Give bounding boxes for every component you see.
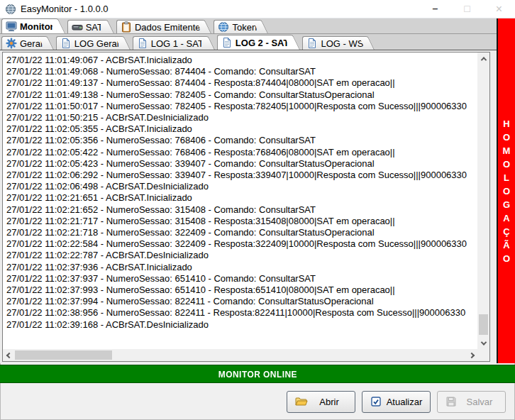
scroll-up-arrow[interactable] <box>477 52 489 65</box>
log-line: 27/01/22 11:01:49:138 - NumeroSessao: 78… <box>6 89 477 101</box>
log-line: 27/01/22 11:02:38:956 - NumeroSessao: 82… <box>6 307 477 319</box>
log-line: 27/01/22 11:02:37:936 - ACBrSAT.Iniciali… <box>6 262 477 273</box>
log-lines: 27/01/22 11:01:49:067 - ACBrSAT.Iniciali… <box>3 52 477 349</box>
log-memo[interactable]: 27/01/22 11:01:49:067 - ACBrSAT.Iniciali… <box>2 52 490 362</box>
tab-label: Dados Emitente <box>135 22 201 33</box>
chevron-left-icon <box>6 352 11 358</box>
log-line: 27/01/22 11:02:21:718 - NumeroSessao: 32… <box>6 227 477 238</box>
log-line: 27/01/22 11:02:22:584 - NumeroSessao: 32… <box>6 238 477 250</box>
tab-label: LOG Geral <box>74 38 119 49</box>
main-tab-bar: MonitorSATDados EmitenteToken <box>0 18 497 34</box>
scroll-right-arrow[interactable] <box>465 349 477 361</box>
document-icon <box>137 38 148 49</box>
log-line: 27/01/22 11:02:39:168 - ACBrSAT.DesInici… <box>6 319 477 331</box>
button-label: Abrir <box>308 397 350 407</box>
log-line: 27/01/22 11:02:21:652 - NumeroSessao: 31… <box>6 204 477 216</box>
window-title: EasyMonitor - 1.0.0.0 <box>21 4 109 14</box>
maximize-button[interactable]: □ <box>451 0 483 18</box>
tab-log-2-sat[interactable]: LOG 2 - SAT <box>217 35 292 50</box>
clipboard-icon <box>121 21 132 33</box>
tab-dados-emitente[interactable]: Dados Emitente <box>116 20 204 33</box>
tab-monitor[interactable]: Monitor <box>1 18 57 33</box>
abrir-button[interactable]: Abrir <box>287 391 355 413</box>
app-window: EasyMonitor - 1.0.0.0 – □ × MonitorSATDa… <box>0 0 515 420</box>
status-bar: MONITOR ONLINE <box>0 365 515 383</box>
tab-token[interactable]: Token <box>214 20 260 33</box>
chevron-down-icon <box>480 339 486 345</box>
sat-device-icon <box>72 21 83 33</box>
log-panel: 27/01/22 11:01:49:067 - ACBrSAT.Iniciali… <box>0 50 497 363</box>
window-controls: – □ × <box>419 0 515 18</box>
salvar-button[interactable]: Salvar <box>437 391 506 413</box>
log-line: 27/01/22 11:02:05:423 - NumeroSessao: 33… <box>6 158 477 170</box>
log-line: 27/01/22 11:02:37:937 - NumeroSessao: 65… <box>6 273 477 284</box>
log-line: 27/01/22 11:02:05:355 - ACBrSAT.Iniciali… <box>6 123 477 135</box>
button-bar: AbrirAtualizarSalvar <box>0 383 515 420</box>
log-line: 27/01/22 11:01:49:067 - ACBrSAT.Iniciali… <box>6 55 477 66</box>
tab-log-1-sat[interactable]: LOG 1 - SAT <box>133 36 206 50</box>
tab-label: LOG 1 - SAT <box>151 38 204 49</box>
chevron-up-icon <box>480 57 486 62</box>
log-line: 27/01/22 11:01:50:017 - NumeroSessao: 78… <box>6 101 477 112</box>
tab-label: Geral <box>20 38 43 49</box>
minimize-button[interactable]: – <box>419 0 451 18</box>
document-icon <box>221 37 233 48</box>
log-line: 27/01/22 11:02:37:994 - NumeroSessao: 82… <box>6 296 477 307</box>
tab-geral[interactable]: Geral <box>1 36 45 50</box>
log-line: 27/01/22 11:02:37:993 - NumeroSessao: 65… <box>6 284 477 296</box>
app-globe-icon <box>5 4 16 15</box>
log-line: 27/01/22 11:02:05:356 - NumeroSessao: 76… <box>6 135 477 146</box>
log-tab-bar: GeralLOG GeralLOG 1 - SATLOG 2 - SATLOG … <box>0 34 497 50</box>
log-line: 27/01/22 11:01:49:068 - NumeroSessao: 87… <box>6 66 477 77</box>
monitor-icon <box>6 21 17 32</box>
tab-label: LOG 2 - SAT <box>236 38 289 48</box>
horizontal-scrollbar[interactable] <box>3 349 477 361</box>
check-doc-icon <box>370 396 383 407</box>
gear-icon <box>6 38 17 49</box>
document-icon <box>306 38 318 49</box>
log-line: 27/01/22 11:02:05:422 - NumeroSessao: 76… <box>6 147 477 158</box>
scrollbar-corner <box>477 349 489 361</box>
title-bar: EasyMonitor - 1.0.0.0 – □ × <box>0 0 515 18</box>
log-line: 27/01/22 11:02:21:651 - ACBrSAT.Iniciali… <box>6 192 477 204</box>
log-line: 27/01/22 11:02:21:717 - NumeroSessao: 31… <box>6 216 477 227</box>
tab-label: Monitor <box>20 21 54 32</box>
atualizar-button[interactable]: Atualizar <box>362 391 431 413</box>
log-line: 27/01/22 11:02:06:292 - NumeroSessao: 33… <box>6 170 477 181</box>
chevron-right-icon <box>468 352 474 358</box>
tab-label: Token <box>232 22 257 33</box>
log-line: 27/01/22 11:01:50:215 - ACBrSAT.DesInici… <box>6 112 477 123</box>
log-line: 27/01/22 11:02:06:498 - ACBrSAT.DesInici… <box>6 181 477 192</box>
globe-icon <box>218 21 229 33</box>
vertical-scrollbar[interactable] <box>477 52 489 349</box>
horizontal-scroll-thumb[interactable] <box>15 350 112 360</box>
tab-label: LOG - WS <box>321 38 363 49</box>
homologacao-banner: HOMOLOGAÇÃO <box>497 18 515 363</box>
tab-label: SAT <box>86 22 103 33</box>
tab-log-geral[interactable]: LOG Geral <box>56 36 122 50</box>
open-folder-icon <box>295 396 308 407</box>
tab-sat[interactable]: SAT <box>67 20 106 33</box>
log-line: 27/01/22 11:02:22:787 - ACBrSAT.DesInici… <box>6 250 477 261</box>
tab-log-ws[interactable]: LOG - WS <box>302 36 366 50</box>
save-floppy-icon <box>445 396 458 407</box>
scroll-left-arrow[interactable] <box>3 349 15 361</box>
document-icon <box>60 38 72 49</box>
close-button[interactable]: × <box>483 0 515 18</box>
button-label: Salvar <box>458 397 501 407</box>
button-label: Atualizar <box>383 397 426 407</box>
vertical-scroll-thumb[interactable] <box>479 314 488 335</box>
scroll-down-arrow[interactable] <box>477 337 489 349</box>
status-text: MONITOR ONLINE <box>218 369 297 380</box>
banner-text: HOMOLOGAÇÃO <box>502 117 511 265</box>
log-line: 27/01/22 11:01:49:137 - NumeroSessao: 87… <box>6 77 477 89</box>
